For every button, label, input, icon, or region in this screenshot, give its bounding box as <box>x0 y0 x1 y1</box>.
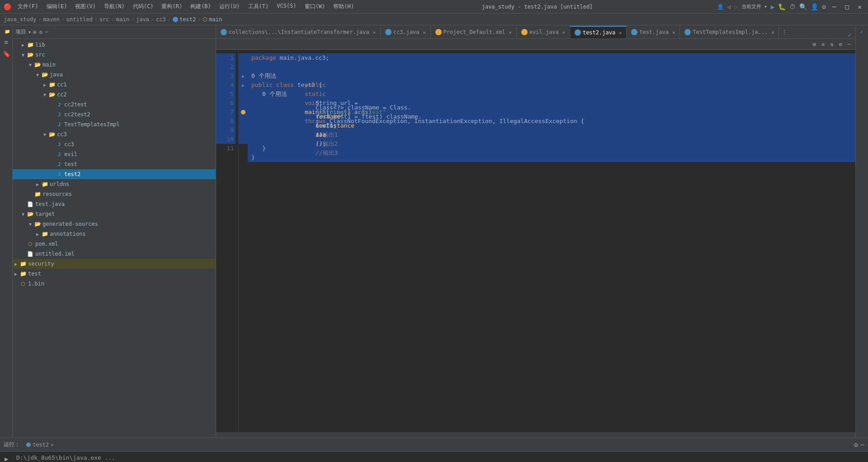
breadcrumb-item-main[interactable]: main <box>116 16 129 23</box>
breadcrumb-item-main-label[interactable]: main <box>209 16 222 23</box>
menu-file[interactable]: 文件(F) <box>14 2 42 11</box>
tree-item-iml[interactable]: 📄 untitled.iml <box>13 249 216 259</box>
tree-item-target[interactable]: ▼ 📂 target <box>13 209 216 219</box>
toolbar-expand-icon[interactable]: ⊞ <box>811 40 818 48</box>
tree-item-test-folder[interactable]: ▶ 📁 test <box>13 269 216 279</box>
tab-label-project-default: Project_Default.xml <box>443 29 505 35</box>
tab-test2[interactable]: test2.java ✕ <box>570 26 627 38</box>
breadcrumb-item-main-method[interactable]: ⬡ <box>203 16 207 23</box>
tree-item-generated-sources[interactable]: ▼ 📂 generated-sources <box>13 219 216 229</box>
tree-item-src[interactable]: ▼ 📂 src <box>13 50 216 60</box>
tree-item-java[interactable]: ▼ 📂 java <box>13 70 216 80</box>
tree-item-security[interactable]: ▶ 📁 security <box>13 259 216 269</box>
run-tab-test2[interactable]: test2 ✕ <box>23 441 57 449</box>
tab-test[interactable]: test.java ✕ <box>627 26 680 38</box>
folder-icon: 📁 <box>26 42 34 48</box>
tab-instantiatetransformer[interactable]: collections\...\InstantiateTransformer.j… <box>216 26 381 38</box>
tree-item-pom[interactable]: ⬡ pom.xml <box>13 239 216 249</box>
toolbar-avatar[interactable]: 👤 <box>717 4 724 10</box>
run-settings-icon[interactable]: ⚙ <box>854 441 858 448</box>
menu-view[interactable]: 视图(V) <box>71 2 99 11</box>
tab-testtemplatesimpl[interactable]: TestTemplatesImpl.ja... ✕ <box>680 26 779 38</box>
tree-item-lib[interactable]: ▶ 📁 lib <box>13 40 216 50</box>
tree-item-test2[interactable]: J test2 <box>13 169 216 179</box>
toolbar-search-btn[interactable]: 🔍 <box>799 3 807 10</box>
tree-item-main[interactable]: ▼ 📂 main <box>13 60 216 70</box>
maximize-button[interactable]: □ <box>842 3 851 10</box>
menu-run[interactable]: 运行(U) <box>216 2 244 11</box>
tab-close-icon[interactable]: ✕ <box>423 30 426 35</box>
tab-close-icon[interactable]: ✕ <box>562 30 565 35</box>
breadcrumb-item-src[interactable]: src <box>99 16 109 23</box>
tree-item-1bin[interactable]: ⬡ 1.bin <box>13 279 216 289</box>
tab-cc3[interactable]: cc3.java ✕ <box>381 26 431 38</box>
tabs-more[interactable]: ⋮ <box>779 26 790 38</box>
tree-item-testjava[interactable]: 📄 test.java <box>13 199 216 209</box>
project-panel-btn[interactable]: 📁 <box>1 27 11 35</box>
sidebar-hide[interactable]: ─ <box>45 29 48 35</box>
tree-item-testtemplatesimpl[interactable]: J TestTemplatesImpl <box>13 119 216 129</box>
toolbar-current-file[interactable]: 当前文件 ▾ <box>741 3 767 10</box>
tree-item-cc2test2[interactable]: J cc2test2 <box>13 110 216 119</box>
tree-item-urldns[interactable]: ▶ 📁 urldns <box>13 179 216 189</box>
run-close-icon[interactable]: ─ <box>861 441 864 448</box>
tree-item-test-file[interactable]: J test <box>13 159 216 169</box>
menu-tools[interactable]: 工具(T) <box>245 2 273 11</box>
run-gutter-icon[interactable]: ▶ <box>242 83 245 88</box>
toolbar-minimize-icon[interactable]: ─ <box>846 40 853 48</box>
menu-code[interactable]: 代码(C) <box>129 2 157 11</box>
sidebar-dropdown[interactable]: ▾ <box>28 29 31 35</box>
code-editor[interactable]: 1 2 3 4 5 6 7 8 9 10 11 ▶ ▶ <box>216 50 855 432</box>
toolbar-forward[interactable]: ▷ <box>734 4 737 10</box>
tree-item-resources[interactable]: 📁 resources <box>13 189 216 199</box>
toolbar-back[interactable]: ◁ <box>727 4 731 10</box>
breadcrumb-item-maven[interactable]: maven <box>43 16 59 23</box>
toolbar-sort-icon[interactable]: ⇅ <box>828 40 835 48</box>
right-strip-check[interactable]: ✓ <box>859 27 865 36</box>
tree-item-cc3-file[interactable]: J cc3 <box>13 139 216 149</box>
tree-item-cc2test[interactable]: J cc2test <box>13 100 216 110</box>
structure-btn[interactable]: ≡ <box>1 37 11 47</box>
tree-item-cc1[interactable]: ▶ 📁 cc1 <box>13 80 216 90</box>
horizontal-scrollbar[interactable] <box>216 432 855 438</box>
run-tab-close[interactable]: ✕ <box>51 442 53 447</box>
menu-navigate[interactable]: 导航(N) <box>100 2 128 11</box>
toolbar-run-btn[interactable]: ▶ <box>771 3 774 10</box>
breadcrumb-item-cc3[interactable]: cc3 <box>156 16 166 23</box>
tab-project-default[interactable]: Project_Default.xml ✕ <box>431 26 517 38</box>
toolbar-gear-icon[interactable]: ⚙ <box>837 40 844 48</box>
sidebar-collapse-all[interactable]: ⊞ <box>33 29 36 35</box>
tree-item-cc2[interactable]: ▼ 📂 cc2 <box>13 90 216 100</box>
toolbar-profile-btn[interactable]: ⏱ <box>789 3 796 10</box>
tab-close-icon[interactable]: ✕ <box>771 30 774 35</box>
tree-item-annotations[interactable]: ▶ 📁 annotations <box>13 229 216 239</box>
tab-close-icon[interactable]: ✕ <box>373 30 376 35</box>
tab-evil[interactable]: evil.java ✕ <box>517 26 570 38</box>
menu-help[interactable]: 帮助(H) <box>330 2 358 11</box>
breadcrumb-item-project[interactable]: java_study <box>4 16 36 23</box>
menu-window[interactable]: 窗口(W) <box>301 2 329 11</box>
tab-close-icon[interactable]: ✕ <box>509 30 512 35</box>
bookmarks-btn[interactable]: 🔖 <box>1 49 11 59</box>
minimize-button[interactable]: ─ <box>830 3 839 10</box>
code-content[interactable]: package main.java.cc3; 0 个用法 public clas… <box>248 50 855 432</box>
run-gutter-icon[interactable]: ▶ <box>242 74 245 79</box>
run-play-button[interactable]: ▶ <box>4 454 16 462</box>
menu-refactor[interactable]: 重构(R) <box>158 2 186 11</box>
sidebar-settings[interactable]: ⚙ <box>39 29 42 35</box>
toolbar-user-btn[interactable]: 👤 <box>811 3 818 10</box>
toolbar-list-icon[interactable]: ≡ <box>820 40 826 48</box>
toolbar-debug-btn[interactable]: 🐛 <box>778 3 786 10</box>
menu-vcs[interactable]: VCS(S) <box>273 2 300 11</box>
tab-close-icon[interactable]: ✕ <box>672 30 675 35</box>
close-button[interactable]: ✕ <box>855 3 864 10</box>
toolbar-settings-btn[interactable]: ⚙ <box>822 3 826 10</box>
breadcrumb-item-test2[interactable]: test2 <box>173 16 196 23</box>
tree-item-evil[interactable]: J evil <box>13 149 216 159</box>
tab-close-icon[interactable]: ✕ <box>619 30 622 35</box>
breadcrumb-item-untitled[interactable]: untitled <box>66 16 93 23</box>
menu-build[interactable]: 构建(B) <box>187 2 215 11</box>
breadcrumb-item-java[interactable]: java <box>136 16 149 23</box>
tree-item-cc3-folder[interactable]: ▼ 📂 cc3 <box>13 129 216 139</box>
menu-edit[interactable]: 编辑(E) <box>43 2 71 11</box>
